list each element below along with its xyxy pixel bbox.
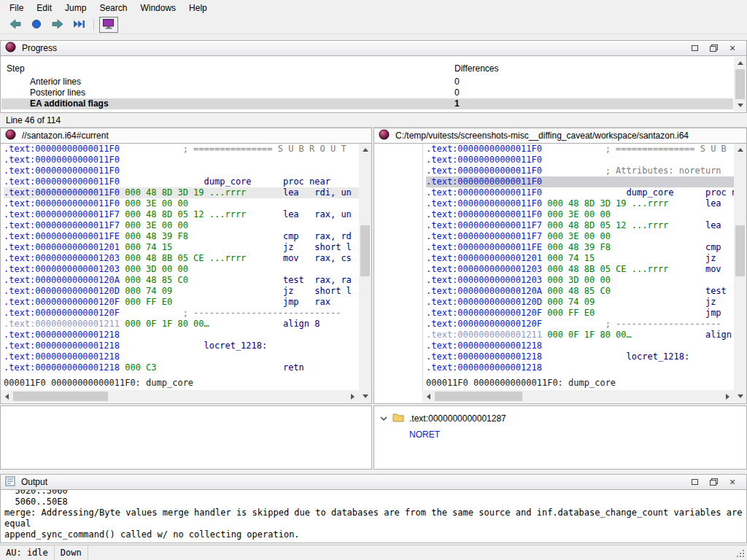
asm-line[interactable]: .text:000000000000120A 000 48 85 C0 test: [426, 286, 734, 297]
left-disassembly[interactable]: .text:00000000000011F0 ; ===============…: [1, 144, 359, 376]
close-button[interactable]: ×: [723, 475, 742, 489]
asm-line[interactable]: .text:00000000000011F0 000 3E 00 00: [4, 198, 359, 209]
asm-line[interactable]: .text:000000000000120F 000 FF E0 jmp rax: [4, 297, 359, 308]
asm-line[interactable]: .text:000000000000120D 000 74 09 jz shor…: [4, 286, 359, 297]
asm-line[interactable]: .text:00000000000011F0 ; ===============…: [426, 144, 734, 155]
asm-line[interactable]: .text:0000000000001218 locret_1218:: [4, 341, 359, 351]
scroll-down-button[interactable]: [359, 390, 371, 402]
scroll-left-button[interactable]: [1, 390, 13, 402]
scroll-right-button[interactable]: [347, 390, 359, 402]
right-disassembly[interactable]: .text:00000000000011F0 ; ===============…: [422, 144, 734, 376]
asm-line[interactable]: .text:0000000000001218: [4, 330, 359, 341]
scroll-down-button[interactable]: [734, 390, 746, 402]
asm-line[interactable]: .text:0000000000001201 000 74 15 jz: [426, 253, 734, 264]
output-body[interactable]: 5020..5060 5060..50E8merge: Addressing/B…: [0, 490, 747, 543]
asm-line[interactable]: .text:00000000000011F0 000 48 8D 3D 19 .…: [4, 187, 359, 198]
menu-item-windows[interactable]: Windows: [133, 1, 182, 15]
asm-line[interactable]: .text:0000000000001203 000 48 8B 05 CE .…: [4, 253, 359, 264]
tree-node[interactable]: .text:0000000000001287: [374, 406, 746, 424]
asm-line[interactable]: .text:00000000000011F7 000 3E 00 00: [4, 220, 359, 231]
asm-line[interactable]: .text:00000000000011F0 dump_core proc ne: [426, 187, 734, 198]
asm-line[interactable]: .text:00000000000011F0: [4, 155, 359, 166]
right-pane-body: .text:00000000000011F0 ; ===============…: [374, 144, 747, 404]
scrollbar-thumb[interactable]: [360, 225, 370, 276]
asm-line[interactable]: .text:0000000000001203 000 3D 00 00: [4, 264, 359, 275]
scroll-up-button[interactable]: [359, 144, 371, 156]
asm-line[interactable]: .text:000000000000120F ; ---------------…: [426, 319, 734, 330]
progress-row[interactable]: EA additional flags1: [1, 98, 733, 109]
left-pane-header: //santazon.i64#current: [0, 128, 372, 144]
asm-line[interactable]: .text:00000000000011FE 000 48 39 F8 cmp: [426, 242, 734, 253]
menu-item-edit[interactable]: Edit: [30, 1, 58, 15]
asm-line[interactable]: .text:0000000000001203 000 3D 00 00: [426, 275, 734, 286]
scroll-up-button[interactable]: [734, 144, 746, 156]
asm-line[interactable]: .text:0000000000001201 000 74 15 jz shor…: [4, 242, 359, 253]
scroll-up-button[interactable]: [734, 57, 746, 69]
line-indicator-text: Line 46 of 114: [6, 115, 61, 125]
scrollbar-thumb[interactable]: [13, 392, 108, 401]
column-header-step[interactable]: Step: [7, 63, 25, 74]
asm-line[interactable]: .text:0000000000001211 000 0F 1F 80 00… …: [426, 330, 734, 341]
asm-line[interactable]: .text:0000000000001218 000 C3 retn: [4, 362, 359, 373]
asm-line[interactable]: .text:0000000000001218: [426, 341, 734, 351]
resize-grip[interactable]: [737, 550, 745, 558]
restore-icon: [710, 44, 718, 52]
asm-line[interactable]: .text:0000000000001211 000 0F 1F 80 00… …: [4, 319, 359, 330]
asm-line[interactable]: .text:00000000000011F7 000 48 8D 05 12 .…: [426, 220, 734, 231]
minimize-button[interactable]: [685, 42, 704, 55]
navigate-forward-button[interactable]: [48, 17, 67, 33]
float-button[interactable]: [704, 42, 723, 55]
scrollbar-thumb[interactable]: [735, 225, 745, 276]
scroll-right-button[interactable]: [721, 390, 734, 402]
menu-item-file[interactable]: File: [3, 1, 30, 15]
asm-line[interactable]: .text:000000000000120D 000 74 09 jz: [426, 297, 734, 308]
asm-line[interactable]: .text:00000000000011F0: [426, 155, 734, 166]
asm-line[interactable]: .text:00000000000011F0 000 48 8D 3D 19 .…: [426, 198, 734, 209]
screen-toggle-button[interactable]: [99, 17, 118, 33]
asm-line[interactable]: .text:0000000000001218 locret_1218:: [426, 351, 734, 362]
float-button[interactable]: [704, 475, 723, 489]
left-vscrollbar[interactable]: [359, 144, 371, 402]
asm-line[interactable]: .text:0000000000001203 000 48 8B 05 CE .…: [426, 264, 734, 275]
close-button[interactable]: ×: [723, 42, 742, 55]
asm-line[interactable]: .text:00000000000011F0 ; ===============…: [4, 144, 359, 155]
asm-line[interactable]: .text:00000000000011F0: [426, 176, 734, 187]
navigate-back-button[interactable]: [6, 17, 25, 33]
asm-line[interactable]: .text:000000000000120A 000 48 85 C0 test…: [4, 275, 359, 286]
right-vscrollbar[interactable]: [734, 144, 746, 402]
asm-line[interactable]: .text:00000000000011F0 000 3E 00 00: [426, 209, 734, 220]
left-hscrollbar[interactable]: [1, 390, 359, 402]
status-nav: Down: [55, 545, 88, 560]
asm-line[interactable]: .text:0000000000001218: [4, 351, 359, 362]
progress-scrollbar[interactable]: [734, 57, 746, 112]
tree-child[interactable]: NORET: [374, 424, 746, 440]
column-header-differences[interactable]: Differences: [454, 63, 498, 74]
asm-line[interactable]: .text:000000000000120F 000 FF E0 jmp: [426, 308, 734, 319]
menu-item-help[interactable]: Help: [182, 1, 214, 15]
output-line: 5060..50E8: [4, 497, 746, 508]
asm-line[interactable]: .text:000000000000120F ; ---------------…: [4, 308, 359, 319]
minimize-button[interactable]: [685, 475, 704, 489]
asm-line[interactable]: .text:00000000000011F7 000 3E 00 00: [426, 231, 734, 242]
continue-button[interactable]: [69, 17, 88, 33]
asm-line[interactable]: .text:00000000000011F0 ; Attributes: nor…: [426, 166, 734, 176]
progress-row[interactable]: Posterior lines0: [1, 88, 733, 98]
menu-item-jump[interactable]: Jump: [58, 1, 93, 15]
asm-line[interactable]: .text:0000000000001218: [426, 362, 734, 373]
asm-line[interactable]: .text:00000000000011F0 dump_core proc ne…: [4, 176, 359, 187]
scrollbar-thumb[interactable]: [735, 69, 745, 99]
pause-button[interactable]: [27, 17, 46, 33]
asm-line[interactable]: .text:00000000000011FE 000 48 39 F8 cmp …: [4, 231, 359, 242]
left-pane-footer: 000011F0 00000000000011F0: dump_core: [1, 376, 359, 390]
right-hscrollbar[interactable]: [422, 390, 734, 402]
scrollbar-thumb[interactable]: [435, 392, 522, 401]
blue-circle-icon: [31, 19, 42, 31]
asm-line[interactable]: .text:00000000000011F7 000 48 8D 05 12 .…: [4, 209, 359, 220]
scroll-left-button[interactable]: [422, 390, 435, 402]
asm-line[interactable]: .text:00000000000011F0: [4, 166, 359, 176]
progress-row[interactable]: Anterior lines0: [1, 77, 733, 88]
menu-item-search[interactable]: Search: [93, 1, 133, 15]
chevron-down-icon[interactable]: [380, 413, 387, 424]
right-pane-header: C:/temp/vuitests/screenshots-misc__diffi…: [374, 128, 747, 144]
scroll-down-button[interactable]: [734, 99, 746, 112]
